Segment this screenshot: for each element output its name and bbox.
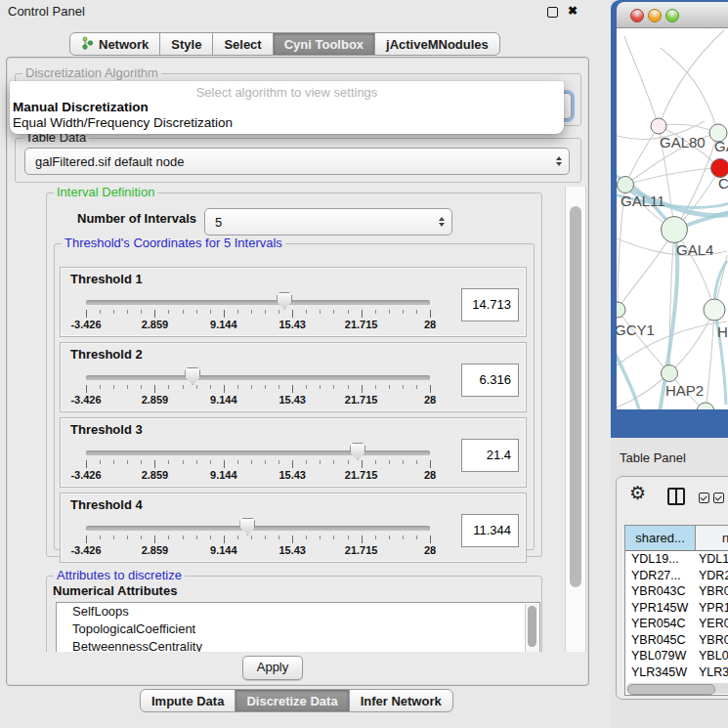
major-tick [86,535,87,543]
scrollbar-thumb[interactable] [570,206,581,587]
network-node-gcy1[interactable] [617,302,625,318]
network-node-h[interactable] [704,299,725,321]
settings-scrollbar[interactable] [565,187,586,652]
network-node-gal11[interactable] [618,177,634,193]
checkbox-icon[interactable] [699,492,709,503]
network-node[interactable] [697,403,714,409]
minor-tick [141,310,142,314]
major-tick [86,310,87,318]
float-icon[interactable] [547,7,558,18]
major-tick [224,385,225,393]
close-button[interactable] [630,9,644,22]
scrollbar-thumb[interactable] [627,684,715,695]
slider-thumb[interactable] [185,367,200,385]
minimize-button[interactable] [648,9,662,22]
list-item-selfloops[interactable]: SelfLoops [57,603,539,621]
slider-thumb[interactable] [277,292,292,310]
table-row[interactable]: YDR27...YDR2 [625,568,728,584]
threshold-value-field[interactable]: 6.316 [461,364,519,397]
number-of-intervals-combobox[interactable]: 5 [204,208,452,236]
cell-name: YBL0 [696,649,728,663]
table-row[interactable]: YLR345WYLR3 [625,664,728,681]
network-node-hap2[interactable] [662,365,678,382]
table-horizontal-scrollbar[interactable] [626,683,728,694]
minor-tick [306,385,307,389]
table-row[interactable]: YBR045CYBR0 [625,632,728,649]
minor-tick [183,535,184,539]
table-panel-box: ⚙ shared... na YDL19...YDL1YDR27...YDR2Y… [616,476,728,700]
table-row[interactable]: YPR145WYPR1 [625,600,728,617]
table-data-combobox[interactable]: galFiltered.sif default node [24,148,570,175]
columns-icon[interactable] [667,488,685,505]
tick-label: 21.715 [345,469,378,481]
discretization-algorithm-title: Discretization Algorithm [22,66,161,80]
tick-label: 28 [424,394,436,406]
minor-tick [100,535,101,539]
table-row[interactable]: YDL19...YDL1 [625,551,728,568]
threshold-value-field[interactable]: 14.713 [461,288,519,321]
threshold-panel-2: Threshold 2-3.4262.8599.14415.4321.71528… [60,342,527,412]
slider-track[interactable] [86,450,430,455]
tab-network[interactable]: Network [69,32,160,56]
tab-discretize-data[interactable]: Discretize Data [235,689,349,712]
tab-style[interactable]: Style [159,32,213,56]
tick-label: 28 [424,544,436,556]
minor-tick [141,535,142,539]
cell-shared-name: YBL079W [625,649,696,663]
table-row[interactable]: YER054CYER0 [625,616,728,632]
algorithm-option-equal-width-frequency-discretization[interactable]: Equal Width/Frequency Discretization [10,115,564,131]
threshold-panel-4: Threshold 4-3.4262.8599.14415.4321.71528… [60,492,527,563]
node-attribute-table: shared... na YDL19...YDL1YDR27...YDR2YBR… [624,525,728,696]
cell-shared-name: YLR345W [625,665,696,679]
slider-track[interactable] [86,300,430,305]
table-row[interactable]: YBR043CYBR0 [625,583,728,600]
gear-icon[interactable]: ⚙ [629,483,646,504]
apply-button[interactable]: Apply [242,656,303,680]
slider-thumb[interactable] [350,443,365,460]
scrollbar-thumb[interactable] [528,606,536,647]
tab-jactivemnodules[interactable]: jActiveMNodules [374,32,500,56]
zoom-button[interactable] [665,9,679,22]
minor-tick [127,535,128,539]
threshold-value-field[interactable]: 11.344 [461,514,519,547]
slider-thumb[interactable] [239,518,255,535]
major-tick [430,385,431,393]
threshold-value-field[interactable]: 21.4 [461,439,519,472]
minor-tick [196,460,197,464]
network-node-gal80[interactable] [651,118,666,134]
tab-impute-data[interactable]: Impute Data [140,689,236,712]
minor-tick [237,310,238,314]
major-tick [224,460,225,468]
major-tick [362,460,363,468]
tick-label: 9.144 [210,544,237,556]
algorithm-option-manual-discretization[interactable]: Manual Discretization [10,100,564,115]
minor-tick [196,385,197,389]
attributes-list-scrollbar[interactable] [525,604,538,652]
column-header-shared-name[interactable]: shared... [625,526,696,550]
tab-select[interactable]: Select [212,32,273,56]
tick-label: 15.43 [278,319,306,330]
list-item-betweennesscentrality[interactable]: BetweennessCentrality [57,638,539,652]
close-icon[interactable]: ✖ [568,4,578,18]
checkbox-icon[interactable] [713,492,724,503]
list-item-topologicalcoefficient[interactable]: TopologicalCoefficient [57,621,539,638]
tab-cyni-toolbox[interactable]: Cyni Toolbox [273,32,375,56]
network-canvas[interactable]: GAL80GACGAL11GAL4GCY1HHAP2 [617,28,728,409]
network-node-gal4[interactable] [662,217,688,243]
threshold-label: Threshold 3 [70,422,143,437]
column-header-name[interactable]: na [696,526,728,550]
slider-track[interactable] [86,375,430,380]
tab-label: Impute Data [151,694,224,708]
tab-label: Style [171,37,201,52]
minor-tick [278,535,279,539]
algorithm-dropdown-popup: Select algorithm to view settings Manual… [10,81,564,134]
table-row[interactable]: YBL079WYBL0 [625,648,728,664]
minor-tick [210,535,211,539]
cell-name: YDR2 [696,569,728,582]
tab-label: Network [99,37,149,52]
tab-label: Cyni Toolbox [284,37,364,52]
slider-track[interactable] [86,526,430,531]
tab-infer-network[interactable]: Infer Network [349,689,453,712]
minor-tick [333,310,334,314]
numerical-attributes-list[interactable]: SelfLoopsTopologicalCoefficientBetweenne… [56,602,540,652]
